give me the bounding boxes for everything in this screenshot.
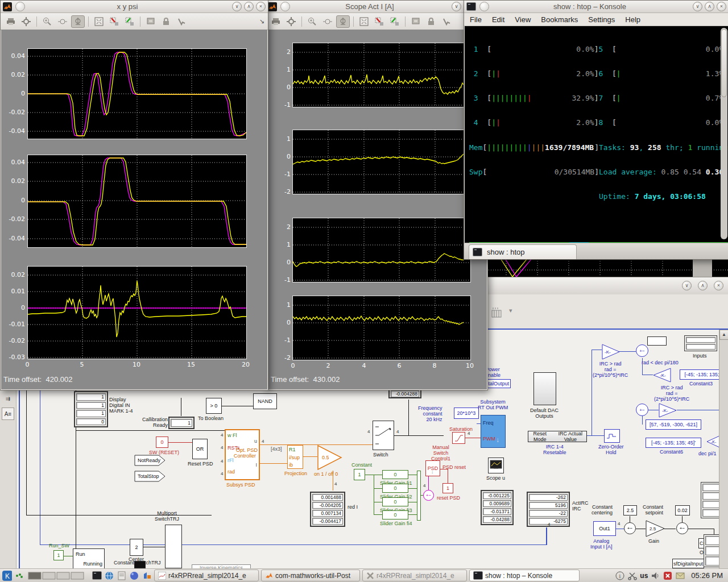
- klipper-scissors-icon[interactable]: [627, 571, 638, 581]
- sum-centering[interactable]: +−: [624, 522, 636, 534]
- sum-psd[interactable]: +−: [423, 490, 434, 501]
- scope-act-titlebar[interactable]: Scope Act I [A] ∨ ∧ ×: [266, 1, 487, 13]
- simulink-toolbar[interactable]: ▾: [486, 294, 728, 329]
- window-list-icon[interactable]: [27, 571, 89, 581]
- quick-launch-icon[interactable]: [14, 571, 24, 581]
- block-slider-gain-4[interactable]: 0: [382, 510, 408, 519]
- block-run-sw[interactable]: 1: [53, 550, 64, 560]
- save-axes-red-icon[interactable]: [107, 15, 121, 28]
- scrollbar-thumb[interactable]: [721, 29, 727, 97]
- block-gain-c3[interactable]: -K-: [653, 368, 671, 383]
- autoscale-icon[interactable]: [336, 15, 350, 28]
- zoom-in-icon[interactable]: [40, 15, 54, 28]
- minimize-button[interactable]: ∨: [693, 2, 702, 11]
- block-gain-irc-rad[interactable]: -K-: [602, 344, 620, 360]
- block-constant-centering[interactable]: 2.5: [623, 505, 637, 516]
- block-subsys-psd[interactable]: w Fl RSTs rFl rad u I Opt. PSD Controlle…: [225, 429, 260, 480]
- block-scope-u[interactable]: [488, 458, 504, 473]
- sum-constant4[interactable]: +−: [636, 404, 648, 416]
- lock-icon[interactable]: [159, 15, 173, 28]
- block-small[interactable]: [647, 336, 667, 346]
- block-psd-reset[interactable]: PSD ↓: [425, 460, 440, 476]
- settings-gear-icon[interactable]: [284, 15, 298, 28]
- menu-bookmarks[interactable]: Bookmarks: [541, 15, 578, 24]
- grid-icon[interactable]: [491, 306, 506, 321]
- scope-toolbar[interactable]: ↘: [266, 13, 487, 30]
- block-sw-reset[interactable]: 0: [156, 436, 168, 448]
- autoscale-icon[interactable]: [71, 15, 85, 28]
- zoom-x-icon[interactable]: [56, 15, 69, 28]
- menu-settings[interactable]: Settings: [588, 15, 615, 24]
- block-to-boolean[interactable]: > 0: [206, 398, 222, 414]
- block-saturation[interactable]: [452, 432, 465, 444]
- block-or[interactable]: OR: [192, 439, 208, 459]
- block-slider-gain-1[interactable]: 0: [382, 470, 408, 479]
- maximize-button[interactable]: ∧: [705, 2, 714, 11]
- expand-axes-icon[interactable]: [92, 15, 106, 28]
- block-run[interactable]: Run Running: [73, 548, 105, 569]
- block-constant-1[interactable]: 1: [354, 469, 365, 480]
- zoom-x-icon[interactable]: [321, 15, 334, 28]
- scroll-up-icon[interactable]: ▲: [719, 330, 728, 340]
- save-axes-green-icon[interactable]: [123, 15, 136, 28]
- block-center-const[interactable]: 2: [130, 539, 143, 556]
- save-axes-red-icon[interactable]: [373, 15, 386, 28]
- menu-view[interactable]: View: [515, 15, 531, 24]
- konsole-titlebar[interactable]: show : htop – Konsole ∨ ∧ ×: [464, 1, 728, 13]
- chevron-down-icon[interactable]: ▾: [509, 307, 512, 314]
- block-black[interactable]: [134, 561, 146, 568]
- signal-selector-icon[interactable]: [440, 15, 453, 28]
- block-slider-gain-2[interactable]: 0: [382, 484, 408, 493]
- block-rt-out-pwm[interactable]: Freq PWM ↓: [481, 415, 506, 448]
- inputs-stack[interactable]: [684, 335, 717, 351]
- tab-show-htop[interactable]: show : htop: [469, 244, 577, 259]
- block-default-dac[interactable]: [533, 372, 556, 405]
- menu-help[interactable]: Help: [625, 15, 640, 24]
- block-freq-constant[interactable]: 20*10^3: [454, 408, 479, 419]
- block-constant3[interactable]: [-45; -135; 135;: [680, 369, 724, 380]
- print-icon[interactable]: [269, 15, 283, 28]
- calibration-display[interactable]: 1: [168, 417, 195, 429]
- scope-toolbar[interactable]: ↘: [1, 13, 268, 30]
- lock-icon[interactable]: [424, 15, 438, 28]
- simulink-palette[interactable]: ⇉ A≡: [0, 389, 16, 568]
- block-constant-setpoint[interactable]: 0.02: [675, 505, 690, 516]
- float-scope-icon[interactable]: [144, 15, 158, 28]
- info-icon[interactable]: i: [615, 571, 625, 581]
- close-button[interactable]: ×: [256, 2, 266, 11]
- block-zoh[interactable]: [604, 429, 620, 443]
- settings-gear-icon[interactable]: [19, 15, 33, 28]
- block-constant57[interactable]: [57, -519, -300, -621]: [646, 419, 701, 430]
- menu-edit[interactable]: Edit: [492, 15, 504, 24]
- maximize-button[interactable]: ∧: [244, 2, 254, 11]
- mail-icon[interactable]: [675, 571, 685, 581]
- block-sf-digital-input[interactable]: sfDigitalInput: [672, 559, 704, 568]
- block-projection[interactable]: R1 i/sup ib: [287, 445, 303, 469]
- minimize-button[interactable]: ∨: [682, 281, 692, 290]
- block-gain-25[interactable]: 2.5: [646, 520, 665, 537]
- block-slider-gain-3[interactable]: 0: [382, 497, 408, 506]
- task-simulink-model[interactable]: r4xRPRreal_simpl2014_e: [154, 569, 259, 581]
- block-gain-05[interactable]: 0.5: [317, 445, 342, 470]
- save-axes-green-icon[interactable]: [388, 15, 402, 28]
- connect-icon[interactable]: ⇉: [2, 393, 14, 404]
- float-scope-icon[interactable]: [409, 15, 423, 28]
- annotation-icon[interactable]: A≡: [2, 408, 14, 420]
- block-reset-psd-const[interactable]: 1: [442, 483, 453, 493]
- clock[interactable]: 05:26 PM: [688, 571, 726, 580]
- block-switch[interactable]: [373, 421, 394, 450]
- task-matlab-util[interactable]: com-mathworks-util-Post: [261, 569, 360, 581]
- task-simulink-model-2[interactable]: r4xRPRreal_simpl2014_e: [362, 569, 467, 581]
- window-menu-button[interactable]: [479, 2, 489, 11]
- browser-icon[interactable]: [104, 571, 114, 581]
- minimize-button[interactable]: ∨: [452, 2, 461, 11]
- mux[interactable]: [417, 471, 421, 521]
- simulink-titlebar[interactable]: ∨ ∧ ×: [486, 277, 728, 295]
- block-gain-c4[interactable]: -K-: [659, 403, 677, 418]
- upload-icon[interactable]: [142, 571, 152, 581]
- display-red-i[interactable]: 0.001488 -0.004205 0.007134 -0.004417: [310, 492, 345, 527]
- tag-notready[interactable]: NotReady: [134, 455, 166, 466]
- close-button[interactable]: ×: [717, 2, 726, 11]
- display-u[interactable]: -0.001225 0.009689 -0.01371 -0.04288: [481, 490, 514, 525]
- tag-totalstop[interactable]: TotalStop: [134, 471, 166, 482]
